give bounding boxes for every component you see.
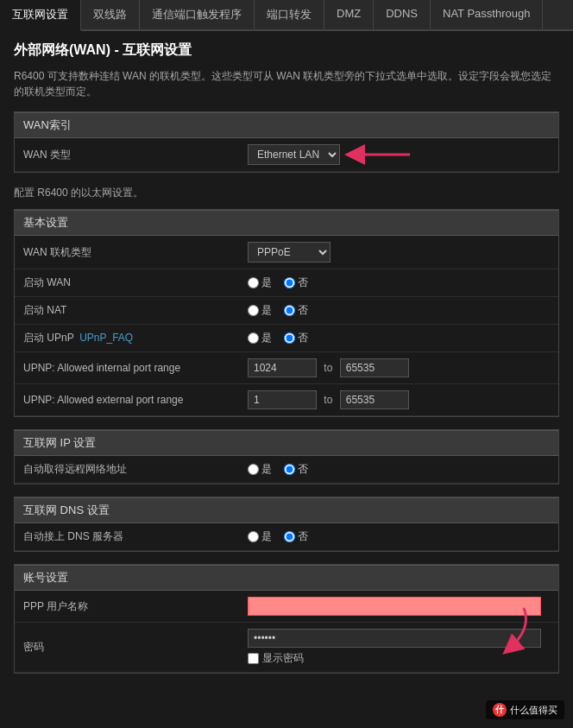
basic-settings-section: 基本设置 WAN 联机类型 PPPoE PPTP L2TP Dynamic IP… bbox=[14, 209, 559, 417]
show-password-checkbox[interactable] bbox=[248, 653, 259, 664]
auto-dns-label: 自动接上 DNS 服务器 bbox=[15, 523, 239, 551]
upnp-internal-cell: to bbox=[239, 352, 558, 384]
tab-internet[interactable]: 互联网设置 bbox=[0, 0, 81, 31]
wan-index-header: WAN索引 bbox=[15, 112, 558, 138]
top-navigation: 互联网设置 双线路 通信端口触发程序 端口转发 DMZ DDNS NAT Pas… bbox=[0, 0, 573, 31]
nat-enable-cell: 是 否 bbox=[239, 297, 558, 325]
auto-dns-radio-group: 是 否 bbox=[248, 529, 550, 544]
auto-dns-no-label[interactable]: 否 bbox=[284, 529, 308, 544]
upnp-internal-to-input[interactable] bbox=[340, 358, 409, 377]
wan-index-section: WAN索引 WAN 类型 Ethernet LAN PPPoE PPTP L2T… bbox=[14, 111, 559, 173]
tab-ddns[interactable]: DDNS bbox=[374, 0, 431, 29]
auto-ip-yes-label[interactable]: 是 bbox=[248, 462, 272, 477]
auto-dns-yes-radio[interactable] bbox=[248, 531, 259, 542]
wan-connection-label: WAN 联机类型 bbox=[15, 236, 239, 269]
tab-nat[interactable]: NAT Passthrough bbox=[431, 0, 543, 29]
basic-settings-header: 基本设置 bbox=[15, 210, 558, 236]
wan-enable-no-radio[interactable] bbox=[284, 277, 295, 288]
upnp-enable-row: 启动 UPnP UPnP_FAQ 是 否 bbox=[15, 325, 558, 352]
nat-enable-label: 启动 NAT bbox=[15, 297, 239, 325]
wan-connection-select[interactable]: PPPoE PPTP L2TP Dynamic IP Static IP bbox=[248, 242, 331, 263]
wan-type-arrow bbox=[343, 142, 412, 167]
tab-serial[interactable]: 通信端口触发程序 bbox=[140, 0, 255, 29]
upnp-enable-no-label[interactable]: 否 bbox=[284, 331, 308, 345]
upnp-enable-radio-group: 是 否 bbox=[248, 331, 550, 345]
upnp-external-row: UPNP: Allowed external port range to bbox=[15, 384, 558, 416]
dns-settings-section: 互联网 DNS 设置 自动接上 DNS 服务器 是 否 bbox=[14, 497, 559, 552]
watermark-text: 什么值得买 bbox=[510, 704, 557, 717]
upnp-internal-label: UPNP: Allowed internal port range bbox=[15, 352, 239, 384]
wan-type-label: WAN 类型 bbox=[15, 138, 239, 172]
auto-dns-row: 自动接上 DNS 服务器 是 否 bbox=[15, 523, 558, 551]
upnp-external-label: UPNP: Allowed external port range bbox=[15, 384, 239, 416]
tab-port-forward[interactable]: 端口转发 bbox=[255, 0, 324, 29]
auto-dns-no-radio[interactable] bbox=[284, 531, 295, 542]
basic-settings-table: WAN 联机类型 PPPoE PPTP L2TP Dynamic IP Stat… bbox=[15, 236, 558, 416]
auto-ip-cell: 是 否 bbox=[239, 456, 558, 484]
auto-ip-row: 自动取得远程网络地址 是 否 bbox=[15, 456, 558, 484]
wan-connection-type-row: WAN 联机类型 PPPoE PPTP L2TP Dynamic IP Stat… bbox=[15, 236, 558, 269]
wan-enable-yes-radio[interactable] bbox=[248, 277, 259, 288]
upnp-enable-label: 启动 UPnP UPnP_FAQ bbox=[15, 325, 239, 352]
nat-enable-yes-radio[interactable] bbox=[248, 305, 259, 316]
wan-index-table: WAN 类型 Ethernet LAN PPPoE PPTP L2TP Dyna… bbox=[15, 138, 558, 172]
ethernet-desc: 配置 R6400 的以太网设置。 bbox=[14, 185, 559, 200]
auto-ip-radio-group: 是 否 bbox=[248, 462, 550, 477]
nat-enable-radio-group: 是 否 bbox=[248, 303, 550, 318]
page-content: 外部网络(WAN) - 互联网设置 R6400 可支持数种连结 WAN 的联机类… bbox=[0, 31, 573, 696]
wan-enable-cell: 是 否 bbox=[239, 269, 558, 297]
dns-settings-table: 自动接上 DNS 服务器 是 否 bbox=[15, 523, 558, 551]
upnp-enable-cell: 是 否 bbox=[239, 325, 558, 352]
auto-dns-cell: 是 否 bbox=[239, 523, 558, 551]
upnp-enable-yes-label[interactable]: 是 bbox=[248, 331, 272, 345]
account-settings-section: 账号设置 PPP 用户名称 密码 显示密码 bbox=[14, 564, 559, 674]
auto-dns-yes-label[interactable]: 是 bbox=[248, 529, 272, 544]
wan-type-select[interactable]: Ethernet LAN PPPoE PPTP L2TP Dynamic IP … bbox=[248, 144, 340, 165]
upnp-internal-row: UPNP: Allowed internal port range to bbox=[15, 352, 558, 384]
auto-ip-no-radio[interactable] bbox=[284, 464, 295, 475]
wan-enable-label: 启动 WAN bbox=[15, 269, 239, 297]
upnp-external-to-input[interactable] bbox=[340, 390, 409, 409]
wan-enable-no-label[interactable]: 否 bbox=[284, 275, 308, 290]
nat-enable-yes-label[interactable]: 是 bbox=[248, 303, 272, 318]
ip-settings-table: 自动取得远程网络地址 是 否 bbox=[15, 456, 558, 484]
auto-ip-no-label[interactable]: 否 bbox=[284, 462, 308, 477]
wan-enable-radio-group: 是 否 bbox=[248, 275, 550, 290]
upnp-enable-no-radio[interactable] bbox=[284, 332, 295, 344]
upnp-external-to-label: to bbox=[324, 394, 332, 406]
ip-settings-section: 互联网 IP 设置 自动取得远程网络地址 是 否 bbox=[14, 429, 559, 484]
auto-ip-yes-radio[interactable] bbox=[248, 464, 259, 475]
nat-enable-no-radio[interactable] bbox=[284, 305, 295, 316]
upnp-enable-yes-radio[interactable] bbox=[248, 332, 259, 344]
watermark: 什 什么值得买 bbox=[486, 700, 564, 719]
page-description: R6400 可支持数种连结 WAN 的联机类型。这些类型可从 WAN 联机类型旁… bbox=[14, 68, 559, 99]
upnp-external-cell: to bbox=[239, 384, 558, 416]
ip-settings-header: 互联网 IP 设置 bbox=[15, 430, 558, 456]
upnp-internal-from-input[interactable] bbox=[248, 358, 317, 377]
ppp-username-label: PPP 用户名称 bbox=[15, 591, 239, 623]
password-arrow bbox=[455, 604, 532, 655]
watermark-icon: 什 bbox=[493, 703, 507, 717]
tab-dual-wan[interactable]: 双线路 bbox=[81, 0, 140, 29]
wan-connection-cell: PPPoE PPTP L2TP Dynamic IP Static IP bbox=[239, 236, 558, 269]
wan-type-row: WAN 类型 Ethernet LAN PPPoE PPTP L2TP Dyna… bbox=[15, 138, 558, 172]
tab-dmz[interactable]: DMZ bbox=[324, 0, 374, 29]
nat-enable-no-label[interactable]: 否 bbox=[284, 303, 308, 318]
dns-settings-header: 互联网 DNS 设置 bbox=[15, 497, 558, 523]
password-label: 密码 bbox=[15, 623, 239, 673]
nat-enable-row: 启动 NAT 是 否 bbox=[15, 297, 558, 325]
page-title: 外部网络(WAN) - 互联网设置 bbox=[14, 41, 559, 60]
wan-enable-row: 启动 WAN 是 否 bbox=[15, 269, 558, 297]
wan-type-cell: Ethernet LAN PPPoE PPTP L2TP Dynamic IP … bbox=[239, 138, 558, 172]
wan-enable-yes-label[interactable]: 是 bbox=[248, 275, 272, 290]
show-password-text: 显示密码 bbox=[262, 651, 304, 666]
upnp-internal-to-label: to bbox=[324, 362, 332, 374]
auto-ip-label: 自动取得远程网络地址 bbox=[15, 456, 239, 484]
account-settings-header: 账号设置 bbox=[15, 565, 558, 591]
upnp-faq-link[interactable]: UPnP_FAQ bbox=[79, 332, 133, 344]
upnp-external-from-input[interactable] bbox=[248, 390, 317, 409]
